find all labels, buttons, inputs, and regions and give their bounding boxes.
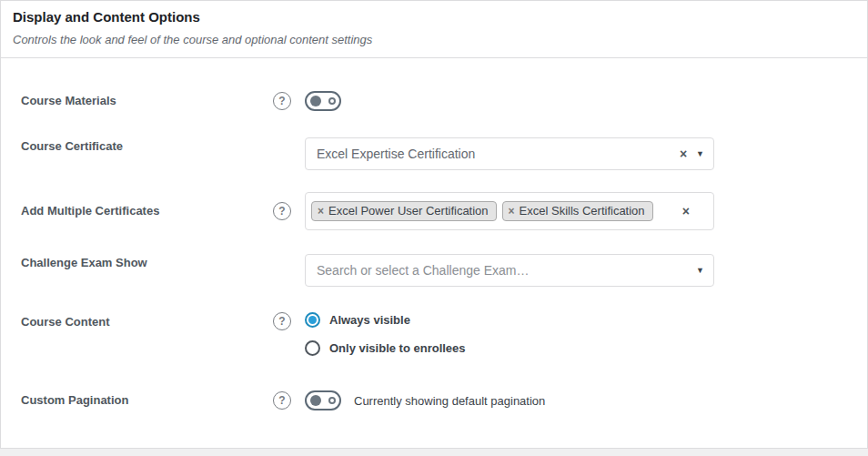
radio-selected-icon[interactable] <box>305 312 320 328</box>
radio-option-only-enrollees[interactable]: Only visible to enrollees <box>305 340 714 356</box>
row-course-materials: Course Materials ? <box>1 91 867 111</box>
course-materials-control <box>305 91 714 111</box>
help-slot: ? <box>273 391 305 410</box>
clear-selection-icon[interactable]: × <box>676 147 691 160</box>
toggle-dot-icon <box>328 397 336 404</box>
row-add-multiple-certificates: Add Multiple Certificates ? × Excel Powe… <box>1 192 867 230</box>
display-content-options-panel: Display and Content Options Controls the… <box>0 0 868 449</box>
row-challenge-exam-show: Challenge Exam Show Search or select a C… <box>1 254 867 287</box>
help-icon[interactable]: ? <box>273 202 291 220</box>
custom-pagination-toggle[interactable] <box>305 390 341 410</box>
custom-pagination-control: Currently showing default pagination <box>305 390 714 410</box>
course-content-control: Always visible Only visible to enrollees <box>305 312 714 356</box>
certificate-tag: × Excel Skills Certification <box>502 201 653 221</box>
help-glyph: ? <box>278 315 285 328</box>
remove-tag-icon[interactable]: × <box>509 206 515 217</box>
course-materials-toggle[interactable] <box>305 91 341 111</box>
page-title: Display and Content Options <box>13 9 855 25</box>
challenge-exam-select[interactable]: Search or select a Challenge Exam… ▼ <box>305 254 714 287</box>
certificates-multiselect[interactable]: × Excel Power User Certification × Excel… <box>305 192 714 230</box>
help-slot: ? <box>273 202 305 220</box>
chevron-down-icon: ▼ <box>696 150 704 158</box>
toggle-knob <box>310 395 321 406</box>
help-glyph: ? <box>278 95 285 107</box>
challenge-exam-show-label: Challenge Exam Show <box>21 254 273 270</box>
radio-unselected-icon[interactable] <box>305 340 320 356</box>
add-multiple-certificates-label: Add Multiple Certificates <box>21 192 273 218</box>
course-certificate-value: Excel Expertise Certification <box>317 147 676 161</box>
help-icon[interactable]: ? <box>273 92 291 110</box>
clear-all-icon[interactable]: × <box>679 205 693 218</box>
course-content-radio-group: Always visible Only visible to enrollees <box>305 312 714 356</box>
toggle-dot-icon <box>328 97 336 105</box>
certificate-tag: × Excel Power User Certification <box>311 201 497 221</box>
course-certificate-control: Excel Expertise Certification × ▼ <box>305 137 714 170</box>
course-certificate-label: Course Certificate <box>21 137 273 154</box>
add-multiple-certificates-control: × Excel Power User Certification × Excel… <box>305 192 714 230</box>
course-content-label: Course Content <box>21 312 273 329</box>
radio-label[interactable]: Always visible <box>329 313 410 327</box>
row-course-certificate: Course Certificate Excel Expertise Certi… <box>1 137 867 170</box>
tag-label: Excel Power User Certification <box>328 204 489 218</box>
toggle-knob <box>310 96 321 106</box>
help-glyph: ? <box>278 394 285 407</box>
tag-label: Excel Skills Certification <box>520 204 645 218</box>
pagination-status-text: Currently showing default pagination <box>354 394 545 408</box>
row-custom-pagination: Custom Pagination ? Currently showing de… <box>1 390 867 410</box>
page-subtitle: Controls the look and feel of the course… <box>13 33 855 57</box>
row-course-content: Course Content ? Always visible Only vis… <box>1 312 867 356</box>
radio-label[interactable]: Only visible to enrollees <box>329 341 466 355</box>
challenge-exam-control: Search or select a Challenge Exam… ▼ <box>305 254 714 287</box>
help-slot: ? <box>273 92 305 110</box>
help-icon[interactable]: ? <box>273 391 291 410</box>
remove-tag-icon[interactable]: × <box>318 206 324 217</box>
help-icon[interactable]: ? <box>273 312 291 330</box>
help-glyph: ? <box>278 205 285 218</box>
custom-pagination-label: Custom Pagination <box>21 393 273 408</box>
help-slot: ? <box>273 312 305 330</box>
panel-body: Course Materials ? Course Certificate <box>1 58 867 410</box>
radio-dot <box>308 316 317 324</box>
radio-option-always-visible[interactable]: Always visible <box>305 312 714 328</box>
challenge-exam-placeholder: Search or select a Challenge Exam… <box>317 263 691 278</box>
panel-header: Display and Content Options Controls the… <box>1 1 867 58</box>
course-materials-label: Course Materials <box>21 94 273 108</box>
chevron-down-icon: ▼ <box>696 267 704 275</box>
course-certificate-select[interactable]: Excel Expertise Certification × ▼ <box>305 137 714 170</box>
settings-page: Display and Content Options Controls the… <box>0 0 868 456</box>
